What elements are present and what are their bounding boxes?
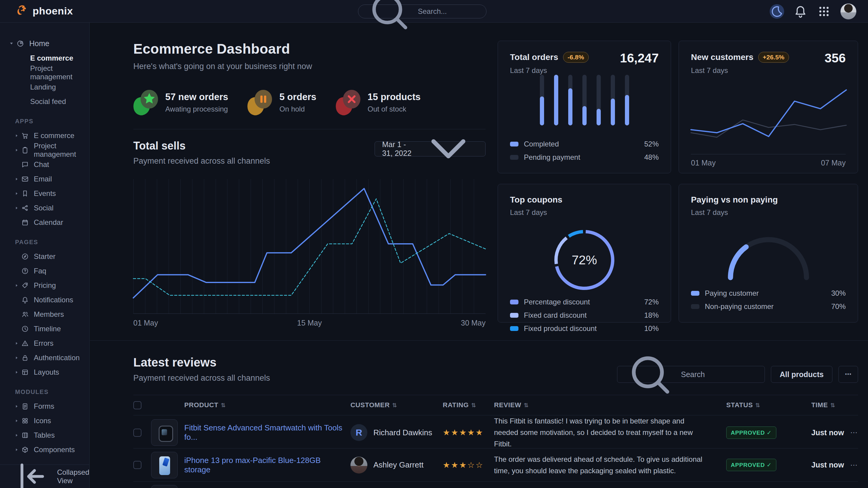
- gauge-value: [731, 240, 806, 278]
- brand-name: phoenix: [33, 5, 73, 17]
- review-text: This Fitbit is fantastic! I was trying t…: [494, 415, 726, 450]
- sidebar-item-tables[interactable]: Tables: [0, 428, 89, 443]
- status-badge: APPROVED ✓: [726, 459, 776, 471]
- column-header-rating[interactable]: RATING⇅: [443, 401, 494, 409]
- column-header-status[interactable]: STATUS⇅: [726, 401, 811, 409]
- product-cell: [150, 485, 350, 488]
- row-menu-button[interactable]: ⋯: [845, 428, 858, 437]
- column-header-review[interactable]: REVIEW⇅: [494, 401, 726, 409]
- date-range-select[interactable]: Mar 1 - 31, 2022: [375, 141, 486, 157]
- sidebar-item-errors[interactable]: Errors: [0, 336, 89, 351]
- sidebar-item-chat[interactable]: Chat: [0, 157, 89, 172]
- caret-right-icon: [14, 191, 19, 196]
- theme-toggle-button[interactable]: [770, 4, 784, 19]
- sidebar-item-label: Pricing: [34, 281, 56, 290]
- x-icon: [343, 90, 361, 108]
- bar-group: [540, 75, 544, 125]
- time-text: Just now: [811, 428, 844, 437]
- top-coupons-donut-chart: 72%: [549, 225, 620, 295]
- sidebar-item-events[interactable]: Events: [0, 186, 89, 201]
- all-products-button[interactable]: All products: [771, 366, 832, 383]
- sidebar-item-pricing[interactable]: Pricing: [0, 278, 89, 293]
- table-row: [133, 482, 858, 488]
- clipboard-icon: [21, 146, 29, 154]
- sidebar-item-label: Members: [34, 310, 64, 319]
- sidebar-item-e-commerce[interactable]: E commerce: [0, 128, 89, 143]
- stat-icon: [247, 90, 272, 115]
- column-header-customer[interactable]: CUSTOMER⇅: [350, 401, 443, 409]
- row-checkbox-cell: [133, 461, 150, 469]
- sidebar-item-timeline[interactable]: Timeline: [0, 322, 89, 336]
- sidebar-item-home[interactable]: Home: [0, 36, 89, 51]
- time-cell: Just now: [811, 428, 845, 437]
- sidebar-item-social[interactable]: Social: [0, 201, 89, 215]
- column-label: CUSTOMER: [350, 401, 390, 409]
- user-avatar[interactable]: [840, 3, 857, 20]
- sidebar-item-social-feed[interactable]: Social feed: [0, 94, 89, 109]
- sidebar-item-project-management[interactable]: Project management: [0, 143, 89, 157]
- rating-cell: ★★★☆☆: [443, 460, 494, 470]
- x-axis-label: 01 May: [691, 159, 716, 167]
- sidebar-item-email[interactable]: Email: [0, 172, 89, 186]
- collapsed-view-toggle[interactable]: Collapsed View: [0, 464, 89, 488]
- row-menu-button[interactable]: ⋯: [845, 461, 858, 469]
- legend-item-fixed-product-discount: Fixed product discount10%: [510, 322, 659, 335]
- caret-down-icon: [8, 40, 14, 46]
- sidebar-item-layouts[interactable]: Layouts: [0, 365, 89, 380]
- status-cell: APPROVED ✓: [726, 459, 811, 471]
- sidebar-sections: APPSE commerceProject managementChatEmai…: [0, 118, 89, 457]
- bar-completed: [582, 106, 587, 125]
- column-header-product[interactable]: PRODUCT⇅: [150, 401, 350, 409]
- customer-avatar: R: [350, 424, 367, 441]
- sidebar-item-faq[interactable]: Faq: [0, 264, 89, 278]
- row-checkbox[interactable]: [133, 461, 142, 469]
- product-link[interactable]: iPhone 13 pro max-Pacific Blue-128GB sto…: [184, 456, 347, 475]
- apps-menu-button[interactable]: [817, 4, 831, 19]
- reviews-more-button[interactable]: ⋯: [838, 366, 858, 383]
- product-link[interactable]: Fitbit Sense Advanced Smartwatch with To…: [184, 423, 347, 442]
- search-icon: [365, 0, 413, 36]
- top-coupons-period: Last 7 days: [510, 208, 562, 217]
- legend-label: Non-paying customer: [705, 302, 774, 311]
- page-subtitle: Here's what's going on at your business …: [133, 62, 486, 71]
- sidebar-item-label: Authentication: [34, 354, 80, 362]
- sidebar-item-starter[interactable]: Starter: [0, 249, 89, 264]
- legend-item-fixed-card-discount: Fixed card discount18%: [510, 308, 659, 322]
- bar-completed: [540, 96, 544, 125]
- sidebar-item-members[interactable]: Members: [0, 307, 89, 322]
- sidebar-item-e-commerce[interactable]: E commerce: [0, 51, 89, 65]
- sidebar-item-landing[interactable]: Landing: [0, 80, 89, 94]
- share-icon: [21, 204, 29, 212]
- sidebar-item-authentication[interactable]: Authentication: [0, 351, 89, 365]
- column-header-time[interactable]: TIME⇅: [811, 401, 845, 409]
- caret-right-icon: [14, 283, 19, 288]
- star-icon: [141, 90, 158, 108]
- gauge-svg: [723, 232, 814, 283]
- notifications-button[interactable]: [793, 4, 808, 19]
- tag-icon: [21, 282, 29, 289]
- stat-label: Out of stock: [368, 105, 421, 113]
- legend-value: 52%: [644, 140, 659, 148]
- sidebar-item-calendar[interactable]: Calendar: [0, 215, 89, 230]
- sidebar-item-icons[interactable]: Icons: [0, 414, 89, 428]
- reviews-search-input[interactable]: [681, 370, 758, 379]
- total-orders-legend: Completed52%Pending payment48%: [510, 137, 659, 164]
- paying-vs-nonpaying-card: Paying vs non paying Last 7 days Paying …: [679, 184, 858, 323]
- brand-logo[interactable]: phoenix: [16, 4, 73, 18]
- top-coupons-card: Top coupons Last 7 days 72% Percentage d…: [498, 184, 671, 323]
- sidebar-item-label: Events: [34, 189, 56, 198]
- sidebar-item-components[interactable]: Components: [0, 443, 89, 457]
- product-cell: iPhone 13 pro max-Pacific Blue-128GB sto…: [150, 452, 350, 478]
- global-search-input[interactable]: [418, 7, 479, 16]
- customer-avatar: [350, 457, 367, 474]
- select-all-checkbox[interactable]: [133, 401, 142, 409]
- sort-icon: ⇅: [392, 402, 397, 409]
- sidebar-item-forms[interactable]: Forms: [0, 399, 89, 414]
- caret-right-icon: [14, 205, 19, 211]
- reviews-table-body: Fitbit Sense Advanced Smartwatch with To…: [133, 415, 858, 488]
- rating-stars: ★★★★★: [443, 428, 484, 437]
- sidebar-item-project-management[interactable]: Project management: [0, 65, 89, 80]
- row-checkbox[interactable]: [133, 429, 142, 437]
- legend-item-percentage-discount: Percentage discount72%: [510, 295, 659, 308]
- sidebar-item-notifications[interactable]: Notifications: [0, 293, 89, 307]
